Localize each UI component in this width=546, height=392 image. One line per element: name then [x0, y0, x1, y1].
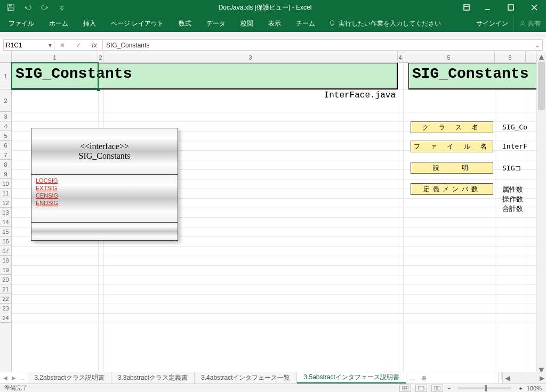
- scroll-left-icon[interactable]: ◀: [503, 374, 511, 382]
- row-header[interactable]: 13: [0, 208, 11, 217]
- tab-home[interactable]: ホーム: [42, 15, 76, 32]
- tab-team[interactable]: チーム: [288, 15, 323, 32]
- redo-button[interactable]: [37, 1, 52, 14]
- row-header[interactable]: 1: [0, 63, 11, 89]
- value-total-count[interactable]: 合計数: [502, 204, 534, 214]
- sheet-tab[interactable]: 3.3abstractクラス定義書: [111, 372, 195, 383]
- value-op-count[interactable]: 操作数: [502, 194, 534, 204]
- cell-grid[interactable]: SIG_Constants SIG_Constants InterFace.ja…: [12, 63, 536, 375]
- row-header[interactable]: 21: [0, 284, 11, 294]
- ribbon-display-options[interactable]: [457, 0, 476, 15]
- label-member-count[interactable]: 定義メンバ数: [411, 183, 493, 195]
- zoom-slider[interactable]: [458, 387, 511, 389]
- sheet-tab[interactable]: 3.4abstractインタフェース一覧: [195, 372, 297, 383]
- col-header[interactable]: 4: [398, 52, 403, 62]
- row-header[interactable]: 14: [0, 217, 11, 227]
- new-sheet-button[interactable]: ⊕: [418, 372, 430, 383]
- row-header[interactable]: 15: [0, 227, 11, 236]
- col-header[interactable]: 3: [103, 52, 398, 62]
- row-header[interactable]: 19: [0, 265, 11, 275]
- undo-button[interactable]: [20, 1, 35, 14]
- row-header[interactable]: 8: [0, 160, 11, 169]
- insert-function-button[interactable]: fx: [86, 40, 102, 50]
- minimize-button[interactable]: [476, 0, 499, 15]
- cancel-formula-button[interactable]: ✕: [54, 40, 70, 50]
- signin-link[interactable]: サインイン: [471, 15, 513, 32]
- tab-data[interactable]: データ: [199, 15, 233, 32]
- label-file-name[interactable]: フ ァ イ ル 名: [411, 141, 493, 152]
- tab-page-layout[interactable]: ページ レイアウト: [103, 15, 171, 32]
- col-header[interactable]: 1: [12, 52, 98, 62]
- cell-title-right[interactable]: SIG_Constants: [408, 63, 542, 89]
- maximize-button[interactable]: [499, 0, 523, 15]
- tell-me[interactable]: 実行したい作業を入力してください: [323, 15, 441, 32]
- sheet-tab-nav[interactable]: ◀ ▶ ...: [0, 372, 28, 383]
- zoom-out-button[interactable]: −: [447, 385, 451, 391]
- view-page-layout-button[interactable]: [415, 385, 427, 392]
- value-class-name[interactable]: SIG_Co: [502, 123, 534, 131]
- sheet-tab[interactable]: 3.2abstractクラス説明書: [28, 372, 111, 383]
- view-normal-button[interactable]: [399, 385, 411, 392]
- formula-input[interactable]: SIG_Constants ⌄: [103, 39, 543, 51]
- row-header[interactable]: 20: [0, 275, 11, 284]
- name-box[interactable]: R1C1 ▾: [3, 39, 54, 51]
- row-header[interactable]: 24: [0, 313, 11, 323]
- sheet-tab-overflow[interactable]: ...: [406, 372, 418, 383]
- save-button[interactable]: [3, 1, 18, 14]
- value-attr-count[interactable]: 属性数: [502, 185, 534, 194]
- close-button[interactable]: [523, 0, 546, 15]
- horizontal-scrollbar[interactable]: ◀ ▶: [502, 372, 546, 383]
- row-header[interactable]: 22: [0, 294, 11, 304]
- row-header[interactable]: 5: [0, 131, 11, 141]
- tab-splitter[interactable]: ⋮: [498, 372, 502, 383]
- row-header[interactable]: 2: [0, 89, 11, 112]
- view-page-break-button[interactable]: [431, 385, 443, 392]
- uml-interface-shape[interactable]: <<interface>> SIG_Constants LOCSIG EXTSI…: [31, 128, 178, 241]
- zoom-level[interactable]: 100%: [527, 385, 542, 391]
- row-header[interactable]: 3: [0, 112, 11, 121]
- value-description[interactable]: SIGコ: [502, 164, 534, 173]
- tab-nav-next-icon[interactable]: ▶: [12, 375, 16, 381]
- row-header[interactable]: 23: [0, 304, 11, 313]
- col-header[interactable]: 5: [403, 52, 495, 62]
- tab-nav-more[interactable]: ...: [20, 375, 25, 381]
- fill-handle[interactable]: [97, 88, 100, 91]
- select-all-corner[interactable]: [0, 52, 12, 63]
- tab-file[interactable]: ファイル: [1, 15, 42, 32]
- row-header[interactable]: 7: [0, 150, 11, 160]
- tab-review[interactable]: 校閲: [233, 15, 261, 32]
- enter-formula-button[interactable]: ✓: [70, 40, 86, 50]
- sheet-tab-active[interactable]: 3.5abstractインタフェース説明書: [297, 372, 406, 383]
- scrollbar-thumb[interactable]: [538, 62, 545, 110]
- tab-view[interactable]: 表示: [261, 15, 288, 32]
- zoom-in-button[interactable]: +: [519, 385, 522, 391]
- cell-interface-file[interactable]: InterFace.java: [105, 89, 398, 112]
- col-header[interactable]: 6: [495, 52, 526, 62]
- vertical-scrollbar[interactable]: ▲ ▼: [536, 52, 546, 375]
- scroll-up-icon[interactable]: ▲: [537, 52, 546, 62]
- col-header[interactable]: 2: [98, 52, 103, 62]
- value-file-name[interactable]: InterF: [502, 142, 534, 150]
- qat-customize-button[interactable]: [54, 1, 69, 14]
- zoom-slider-thumb[interactable]: [485, 385, 487, 391]
- tab-formulas[interactable]: 数式: [171, 15, 199, 32]
- row-header[interactable]: 11: [0, 189, 11, 198]
- row-header[interactable]: 16: [0, 236, 11, 246]
- row-header[interactable]: 10: [0, 179, 11, 189]
- label-class-name[interactable]: ク ラ ス 名: [411, 121, 493, 133]
- cell-title-left[interactable]: SIG_Constants: [12, 63, 398, 89]
- tab-nav-prev-icon[interactable]: ◀: [3, 375, 7, 381]
- row-header[interactable]: 4: [0, 121, 11, 131]
- tab-insert[interactable]: 挿入: [76, 15, 103, 32]
- expand-formula-bar-icon[interactable]: ⌄: [535, 42, 540, 49]
- label-description[interactable]: 説 明: [411, 162, 493, 174]
- row-header[interactable]: 17: [0, 246, 11, 256]
- share-button[interactable]: 共有: [513, 15, 546, 32]
- row-header[interactable]: 18: [0, 256, 11, 265]
- row-headers[interactable]: 1 2 3 4 5 6 7 8 9 10 11 12 13 14 15 16 1…: [0, 63, 12, 375]
- column-headers[interactable]: 1 2 3 4 5 6: [12, 52, 536, 63]
- row-header[interactable]: 6: [0, 141, 11, 150]
- row-header[interactable]: 9: [0, 169, 11, 179]
- row-header[interactable]: 12: [0, 198, 11, 208]
- scroll-right-icon[interactable]: ▶: [537, 374, 546, 382]
